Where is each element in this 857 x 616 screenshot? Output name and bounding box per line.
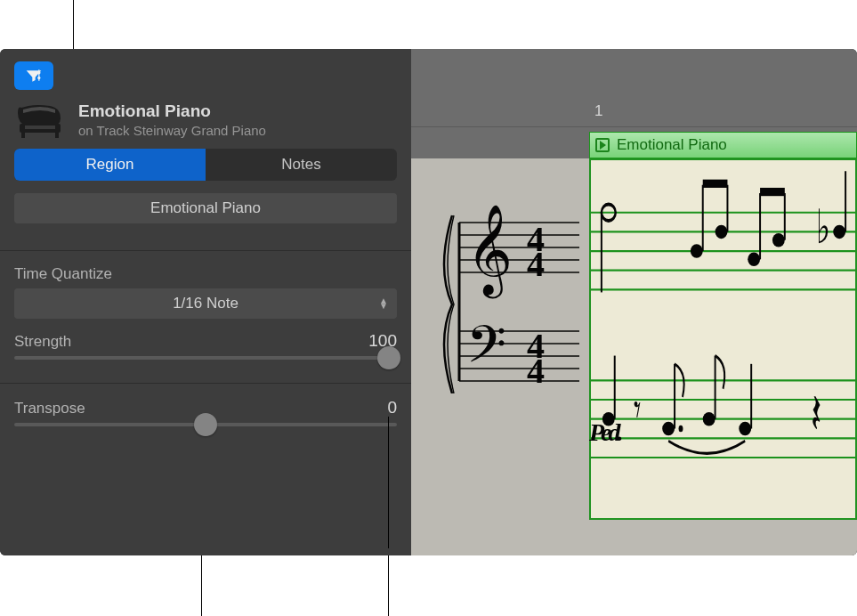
svg-text:4: 4 [527, 244, 545, 284]
transpose-value: 0 [387, 398, 397, 417]
strength-slider[interactable] [14, 356, 397, 360]
svg-text:𝄢: 𝄢 [466, 317, 506, 385]
transpose-slider[interactable] [14, 423, 397, 426]
svg-text:𝄞: 𝄞 [466, 205, 513, 299]
transpose-label: Transpose [14, 400, 85, 417]
divider [0, 383, 411, 384]
catch-filter-button[interactable] [14, 61, 53, 90]
time-quantize-select[interactable]: 1/16 Note ▲▼ [14, 288, 397, 319]
notation: ♭ 𝄾 [591, 160, 855, 518]
ruler-bar-number: 1 [594, 102, 602, 120]
svg-point-52 [662, 422, 675, 435]
ruler[interactable]: 1 [411, 97, 857, 127]
svg-rect-6 [25, 126, 55, 129]
svg-point-36 [691, 244, 703, 257]
svg-point-41 [748, 253, 760, 266]
inspector-tab-segmented: Region Notes [14, 149, 397, 181]
loop-icon [595, 138, 610, 152]
svg-rect-45 [760, 188, 785, 196]
score-editor: 1 Emotional Piano [411, 49, 857, 555]
region-title: Emotional Piano [78, 101, 397, 121]
grand-staff-clefs: 𝄞 𝄢 4 4 4 4 [441, 189, 579, 393]
pedal-marking: Ped. [589, 418, 620, 447]
strength-slider-thumb[interactable] [377, 346, 400, 369]
transpose-slider-thumb[interactable] [194, 413, 217, 436]
score-region-header[interactable]: Emotional Piano [589, 132, 857, 158]
svg-point-47 [833, 225, 845, 239]
svg-rect-40 [703, 180, 728, 188]
svg-text:𝄽: 𝄽 [813, 395, 821, 429]
svg-point-42 [772, 233, 785, 247]
tab-region[interactable]: Region [14, 149, 206, 181]
svg-point-37 [716, 225, 728, 239]
svg-text:4: 4 [527, 351, 545, 391]
svg-text:♭: ♭ [816, 201, 830, 253]
divider [0, 250, 411, 251]
time-quantize-value: 1/16 Note [173, 295, 239, 312]
svg-rect-5 [55, 133, 59, 138]
inspector-panel: Emotional Piano on Track Steinway Grand … [0, 49, 411, 555]
score-note-region[interactable]: ♭ 𝄾 [589, 158, 857, 520]
svg-point-55 [703, 412, 716, 426]
time-quantize-label: Time Quantize [14, 265, 397, 283]
tab-notes[interactable]: Notes [206, 149, 397, 181]
filter-icon [25, 68, 43, 84]
chevrons-icon: ▲▼ [379, 298, 388, 309]
svg-text:𝄾: 𝄾 [634, 400, 641, 417]
svg-rect-4 [21, 133, 25, 138]
svg-point-53 [679, 426, 683, 433]
region-name-field[interactable]: Emotional Piano [14, 193, 397, 223]
piano-icon [14, 99, 66, 140]
svg-point-57 [739, 422, 751, 435]
score-page: 𝄞 𝄢 4 4 4 4 [411, 158, 857, 555]
score-region-label: Emotional Piano [617, 136, 727, 154]
region-subtitle: on Track Steinway Grand Piano [78, 123, 397, 138]
region-header-title-block: Emotional Piano on Track Steinway Grand … [78, 101, 397, 138]
strength-label: Strength [14, 333, 71, 351]
